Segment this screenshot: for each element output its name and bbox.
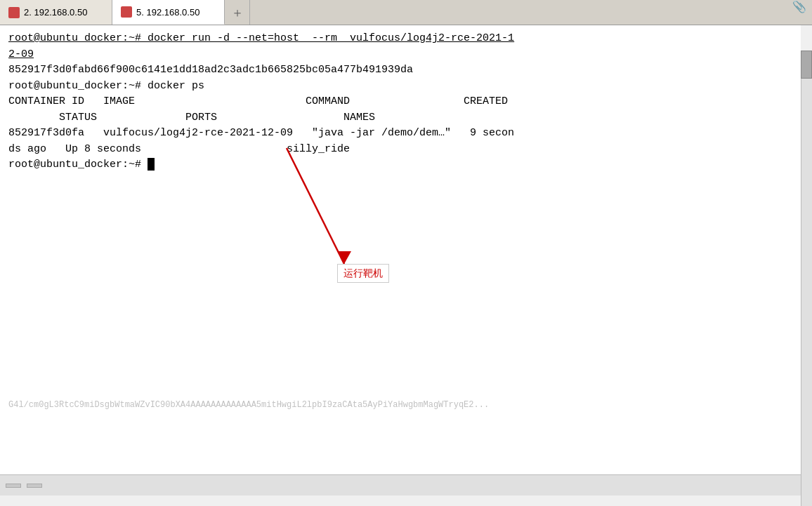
- tab-icon-1: [8, 7, 20, 18]
- tab-1-label: 2. 192.168.0.50: [24, 7, 87, 18]
- terminal-header-2: STATUS PORTS NAMES: [8, 110, 792, 126]
- tab-bar: 2. 192.168.0.50 5. 192.168.0.50 ＋ 📎: [0, 0, 812, 25]
- bottom-bar: [0, 474, 801, 495]
- terminal-header-1: CONTAINER ID IMAGE COMMAND CREATED: [8, 94, 792, 110]
- terminal-prompt: root@ubuntu_docker:~#: [8, 157, 792, 173]
- bottom-btn-2[interactable]: [27, 484, 42, 488]
- background-text: G4l/cm0gL3RtcC9miDsgbWtmaWZvIC90bXA4AAAA…: [0, 399, 790, 411]
- plus-icon: ＋: [231, 4, 244, 21]
- terminal-line-1: root@ubuntu_docker:~# docker run -d --ne…: [8, 31, 792, 62]
- tab-2-label: 5. 192.168.0.50: [136, 7, 199, 18]
- terminal-line-2: 852917f3d0fabd66f900c6141e1dd18ad2c3adc1…: [8, 62, 792, 79]
- bottom-btn-1[interactable]: [6, 484, 21, 488]
- annotation-label: 运行靶机: [337, 264, 389, 283]
- terminal-line-3: root@ubuntu_docker:~# docker ps: [8, 79, 792, 95]
- tab-2[interactable]: 5. 192.168.0.50: [112, 0, 225, 25]
- scrollbar-thumb[interactable]: [801, 51, 812, 79]
- cursor: [148, 158, 155, 171]
- tab-icon-2: [121, 6, 132, 18]
- tab-add-button[interactable]: ＋: [225, 0, 250, 25]
- svg-marker-1: [337, 251, 351, 264]
- terminal[interactable]: root@ubuntu_docker:~# docker run -d --ne…: [0, 25, 801, 495]
- terminal-line-4: 852917f3d0fa vulfocus/log4j2-rce-2021-12…: [8, 126, 792, 157]
- pin-icon: 📎: [792, 0, 812, 25]
- scrollbar[interactable]: ▲ ▼: [801, 51, 812, 506]
- tab-1[interactable]: 2. 192.168.0.50: [0, 0, 112, 25]
